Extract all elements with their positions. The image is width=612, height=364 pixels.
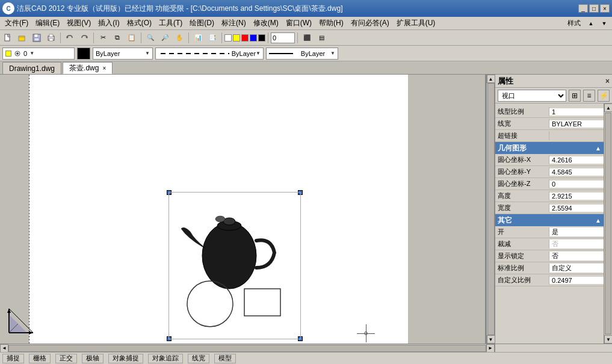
layer-extra2[interactable]: ▤	[315, 32, 328, 44]
menu-extend[interactable]: 扩展工具(U)	[393, 17, 439, 29]
horizontal-scrollbar[interactable]: ◄ ►	[0, 344, 495, 352]
prop-label-cy: 圆心坐标-Y	[495, 167, 549, 176]
status-otrack[interactable]: 对象追踪	[148, 354, 183, 363]
zoom-out-button[interactable]: 🔎	[158, 32, 172, 44]
props-scrollbar[interactable]: ▲ ▼	[604, 103, 612, 344]
status-osnap[interactable]: 对象捕捉	[108, 354, 143, 363]
layer-select[interactable]: 0 ▼	[2, 48, 75, 60]
status-lineweight[interactable]: 线宽	[188, 354, 209, 363]
lineweight-select[interactable]: ByLayer ▼	[266, 48, 338, 60]
status-grid[interactable]: 栅格	[29, 354, 51, 363]
color-select[interactable]	[77, 48, 90, 60]
vertical-scrollbar[interactable]: ▲ ▼	[486, 75, 495, 344]
menu-insert[interactable]: 插入(I)	[94, 17, 123, 29]
hscroll-thumb[interactable]	[8, 345, 486, 352]
menu-qa[interactable]: 有问必答(A)	[347, 17, 393, 29]
prop-value-on[interactable]: 是	[549, 227, 604, 236]
prop-value-cx[interactable]: 4.2616	[549, 156, 604, 164]
section-geometry-label: 几何图形	[498, 143, 527, 153]
layer-extra1[interactable]: ⬛	[300, 32, 314, 44]
section-geometry-collapse[interactable]: ▲	[595, 145, 601, 152]
menu-file[interactable]: 文件(F)	[1, 17, 32, 29]
svg-rect-4	[34, 34, 38, 37]
layer-button[interactable]: 📑	[206, 32, 219, 44]
menu-window[interactable]: 窗口(W)	[282, 17, 315, 29]
menu-format[interactable]: 格式(O)	[123, 17, 155, 29]
vscroll-down[interactable]: ▼	[487, 335, 495, 344]
prop-label-lineweight: 线宽	[495, 119, 549, 128]
svg-point-16	[215, 216, 225, 222]
prop-row-cz: 圆心坐标-Z 0	[495, 178, 604, 190]
style-extra-btn2[interactable]: ▼	[598, 17, 611, 29]
prop-row-display-lock: 显示锁定 否	[495, 250, 604, 262]
zoom-in-button[interactable]: 🔍	[144, 32, 157, 44]
props-vscroll-up[interactable]: ▲	[604, 103, 612, 112]
copy-button[interactable]: ⧉	[111, 32, 124, 44]
open-button[interactable]	[16, 32, 29, 44]
props-content: 线型比例 1 线宽 BYLAYER 超链接 几何图形 ▲ 圆心坐标-X	[495, 103, 604, 344]
status-ortho[interactable]: 正交	[55, 354, 77, 363]
prop-value-cy[interactable]: 4.5845	[549, 168, 604, 176]
prop-value-display-lock[interactable]: 否	[549, 251, 604, 261]
linetype2-arrow: ▼	[256, 51, 261, 56]
undo-button[interactable]	[63, 32, 76, 44]
print-button[interactable]	[45, 32, 58, 44]
linetype-select1[interactable]: ByLayer ▼	[93, 48, 153, 60]
menu-edit[interactable]: 编辑(E)	[32, 17, 63, 29]
props-type-select[interactable]: 视口	[498, 90, 566, 102]
svg-marker-22	[29, 331, 33, 335]
prop-label-on: 开	[495, 227, 549, 236]
menu-help[interactable]: 帮助(H)	[315, 17, 347, 29]
props-vscroll-down[interactable]: ▼	[604, 335, 612, 344]
section-other-collapse[interactable]: ▲	[595, 217, 601, 224]
prop-value-height[interactable]: 2.9215	[549, 193, 604, 200]
vscroll-up[interactable]: ▲	[487, 75, 495, 83]
prop-value-custom-scale[interactable]: 0.2497	[549, 277, 604, 284]
minimize-button[interactable]: _	[578, 4, 588, 13]
paste-button[interactable]: 📋	[125, 32, 138, 44]
sep4	[188, 32, 189, 43]
prop-value-linetype-scale[interactable]: 1	[549, 108, 604, 116]
status-polar[interactable]: 极轴	[82, 354, 104, 363]
props-toggle-btn1[interactable]: ⊞	[569, 90, 581, 102]
maximize-button[interactable]: □	[589, 4, 599, 13]
tab-drawing1[interactable]: Drawing1.dwg	[2, 62, 61, 74]
sep2	[93, 32, 94, 43]
properties-button[interactable]: 📊	[191, 32, 205, 44]
crosshair-center	[364, 332, 368, 335]
close-button[interactable]: ×	[600, 4, 610, 13]
menu-dimension[interactable]: 标注(N)	[218, 17, 250, 29]
status-model[interactable]: 模型	[214, 354, 236, 363]
app-icon: C	[2, 2, 14, 14]
hscroll-right[interactable]: ►	[486, 344, 495, 353]
pan-button[interactable]: ✋	[173, 32, 186, 44]
menu-tools[interactable]: 工具(T)	[155, 17, 186, 29]
hscroll-left[interactable]: ◄	[0, 344, 8, 353]
titlebar: C 洁辰CAD 2012 专业版（试用版）已经过期 功能受限 - [C:\Doc…	[0, 0, 612, 17]
props-toggle-btn3[interactable]: ⚡	[598, 90, 610, 102]
layer-input[interactable]	[271, 32, 295, 43]
prop-value-width[interactable]: 2.5594	[549, 205, 604, 212]
menu-view[interactable]: 视图(V)	[63, 17, 94, 29]
redo-button[interactable]	[78, 32, 91, 44]
props-vscroll-thumb[interactable]	[605, 113, 611, 335]
svg-rect-18	[244, 289, 280, 316]
prop-value-std-scale[interactable]: 自定义	[549, 264, 604, 273]
menu-modify[interactable]: 修改(M)	[250, 17, 282, 29]
prop-value-lineweight[interactable]: BYLAYER	[549, 120, 604, 128]
new-button[interactable]	[1, 32, 14, 44]
vscroll-thumb[interactable]	[487, 83, 495, 335]
prop-value-cz[interactable]: 0	[549, 180, 604, 188]
status-snap[interactable]: 捕捉	[2, 354, 24, 363]
linetype1-arrow: ▼	[145, 51, 150, 56]
tab-chahu[interactable]: 茶壶.dwg ×	[63, 62, 113, 74]
prop-value-clip[interactable]: 否	[549, 239, 604, 248]
tab-chahu-close[interactable]: ×	[102, 65, 106, 72]
save-button[interactable]	[30, 32, 43, 44]
props-close-button[interactable]: ×	[605, 77, 610, 85]
props-toggle-btn2[interactable]: ≡	[583, 90, 595, 102]
canvas-area[interactable]	[0, 75, 486, 344]
cut-button[interactable]: ✂	[96, 32, 110, 44]
menu-draw[interactable]: 绘图(D)	[186, 17, 218, 29]
style-extra-btn1[interactable]: ▲	[584, 17, 598, 29]
